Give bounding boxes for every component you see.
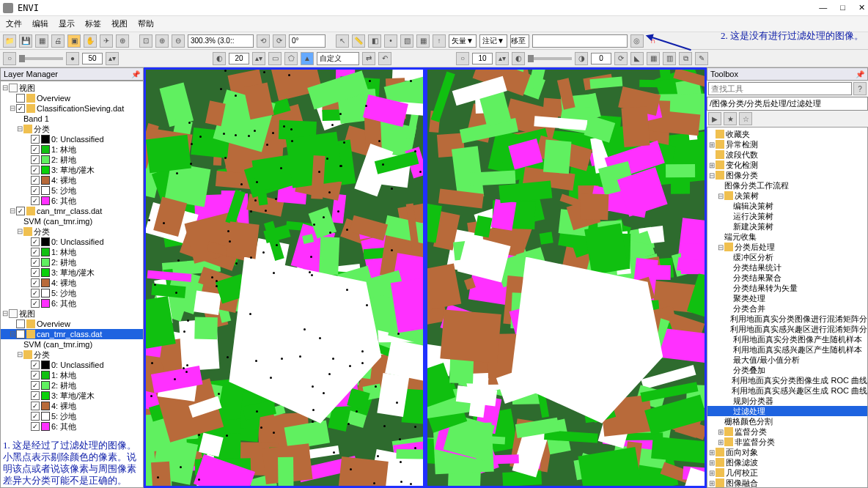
- tree-row[interactable]: ⊟ 分类: [1, 226, 143, 237]
- menu-display[interactable]: 显示: [59, 18, 75, 29]
- checkbox[interactable]: ✓: [31, 422, 40, 431]
- toolbox-item[interactable]: ⊞ 非监督分类: [707, 437, 867, 447]
- stepper-1[interactable]: ▴▾: [106, 52, 119, 65]
- toolbox-item[interactable]: 分类结果统计: [707, 262, 867, 273]
- expand-icon[interactable]: ⊟: [15, 226, 23, 237]
- go-icon[interactable]: ▶: [708, 112, 721, 125]
- stepper-3[interactable]: ▴▾: [496, 52, 509, 65]
- tree-row[interactable]: ✓ 5: 沙地: [1, 288, 143, 298]
- slider-2[interactable]: [528, 57, 572, 60]
- val-2[interactable]: [229, 53, 249, 64]
- checkbox[interactable]: ✓: [31, 268, 40, 277]
- chip-icon[interactable]: ▦: [35, 34, 48, 48]
- circle-icon[interactable]: ○: [3, 52, 16, 65]
- tree-row[interactable]: Overview: [1, 319, 143, 329]
- expand-icon[interactable]: ⊟: [8, 103, 16, 114]
- toolbox-item[interactable]: ⊞ 几何校正: [707, 467, 867, 478]
- tree-row[interactable]: ✓ 1: 林地: [1, 370, 143, 380]
- checkbox[interactable]: ✓: [31, 166, 40, 174]
- pin-icon[interactable]: 📌: [131, 70, 140, 78]
- tree-row[interactable]: Overview: [1, 93, 143, 103]
- toolbox-item[interactable]: ⊞ 监督分类: [707, 426, 867, 437]
- checkbox[interactable]: ✓: [16, 207, 25, 215]
- tree-row[interactable]: ✓ 6: 其他: [1, 421, 143, 432]
- val-1[interactable]: [82, 53, 103, 64]
- menu-label[interactable]: 标签: [85, 18, 101, 29]
- expand-icon[interactable]: ⊟: [1, 83, 9, 93]
- expand-icon[interactable]: ⊟: [716, 243, 724, 252]
- toolbox-item[interactable]: 分类结果转为矢量: [707, 283, 867, 293]
- vector-combo[interactable]: 矢量▼: [449, 34, 477, 48]
- pin-icon[interactable]: 📌: [856, 70, 864, 78]
- tree-row[interactable]: ✓ 4: 裸地: [1, 278, 143, 288]
- tree-row[interactable]: ⊟ ✓ can_tmr_class.dat: [1, 329, 143, 339]
- val-3[interactable]: [472, 53, 493, 64]
- checkbox[interactable]: ✓: [31, 299, 40, 308]
- tree-row[interactable]: ✓ 6: 其他: [1, 196, 143, 206]
- stepper-2[interactable]: ▴▾: [252, 52, 265, 65]
- hist-icon[interactable]: ⇄: [362, 52, 375, 65]
- tree-row[interactable]: ✓ 1: 林地: [1, 247, 143, 257]
- toolbox-item[interactable]: ⊞ 异常检测: [707, 139, 867, 149]
- tree-row[interactable]: ✓ 3: 草地/灌木: [1, 165, 143, 175]
- checkbox[interactable]: ✓: [31, 402, 40, 410]
- checkbox[interactable]: ✓: [31, 371, 40, 380]
- tree-row[interactable]: ✓ 3: 草地/灌木: [1, 267, 143, 278]
- toolbox-item[interactable]: 利用地面真实感兴趣区产生随机样本: [707, 344, 867, 355]
- expand-icon[interactable]: ⊞: [707, 448, 716, 457]
- refresh-icon[interactable]: ⟳: [614, 52, 628, 65]
- close-button[interactable]: ✕: [858, 3, 865, 12]
- menu-file[interactable]: 文件: [6, 18, 22, 29]
- toolbox-item[interactable]: 利用地面真实分类图像生成 ROC 曲线: [707, 375, 867, 385]
- zoomin-icon[interactable]: ⊕: [155, 34, 169, 48]
- checkbox[interactable]: ✓: [31, 196, 40, 205]
- toolbox-item[interactable]: 最大值/最小值分析: [707, 355, 867, 365]
- checkbox[interactable]: ✓: [31, 186, 40, 195]
- zoomout-icon[interactable]: ⊖: [172, 34, 185, 48]
- checkbox[interactable]: ✓: [31, 258, 40, 267]
- sharpen-icon[interactable]: ◣: [630, 52, 644, 65]
- toolbox-item[interactable]: ⊞ 图像滤波: [707, 457, 867, 467]
- fly-icon[interactable]: ✈: [100, 34, 113, 48]
- tree-row[interactable]: ✓ 0: Unclassified: [1, 360, 143, 370]
- toolbox-item[interactable]: 收藏夹: [707, 129, 867, 139]
- toolbox-item[interactable]: ⊞ 面向对象: [707, 447, 867, 457]
- grid-icon[interactable]: ▦: [416, 34, 430, 48]
- expand-icon[interactable]: ⊞: [707, 458, 716, 467]
- tree-row[interactable]: ✓ 3: 草地/灌木: [1, 391, 143, 401]
- tree-row[interactable]: ✓ 6: 其他: [1, 298, 143, 308]
- tree-row[interactable]: ✓ 2: 耕地: [1, 380, 143, 391]
- expand-icon[interactable]: ⊟: [15, 124, 23, 134]
- toolbox-item[interactable]: ⊟ 分类后处理: [707, 242, 867, 252]
- expand-icon[interactable]: ⊟: [707, 171, 716, 180]
- toolbox-item[interactable]: 分类合并: [707, 303, 867, 314]
- expand-icon[interactable]: ⊞: [707, 160, 716, 170]
- expand-icon[interactable]: ⊟: [8, 206, 16, 216]
- tree-row[interactable]: ⊟ 视图: [1, 308, 143, 319]
- menu-view[interactable]: 视图: [111, 18, 128, 29]
- print-icon[interactable]: 🖨: [51, 34, 65, 48]
- tree-row[interactable]: SVM (can_tmr.img): [1, 339, 143, 350]
- tree-row[interactable]: ✓ 5: 沙地: [1, 411, 143, 421]
- toolbox-path[interactable]: /图像分类/分类后处理/过滤处理: [707, 97, 868, 111]
- north-icon[interactable]: ↑: [433, 34, 446, 48]
- wand-icon[interactable]: ✎: [695, 52, 708, 65]
- expand-icon[interactable]: ⊟: [1, 308, 9, 319]
- region-icon[interactable]: ▧: [400, 34, 413, 48]
- annot-combo[interactable]: 注记▼: [479, 34, 507, 48]
- checkbox[interactable]: ✓: [31, 278, 40, 287]
- toolbox-item[interactable]: 规则分类器: [707, 396, 867, 406]
- poly-icon[interactable]: ⬠: [284, 52, 298, 65]
- checkbox[interactable]: [16, 319, 25, 328]
- tree-row[interactable]: ✓ 0: Unclassified: [1, 134, 143, 144]
- checkbox[interactable]: ✓: [16, 104, 25, 113]
- tree-row[interactable]: ✓ 4: 裸地: [1, 175, 143, 185]
- toolbox-item[interactable]: 利用地面真实感兴趣区生成 ROC 曲线: [707, 385, 867, 396]
- toolbox-item[interactable]: 编辑决策树: [707, 201, 867, 211]
- checkbox[interactable]: ✓: [31, 289, 40, 297]
- tree-row[interactable]: ⊟ 分类: [1, 124, 143, 134]
- toolbox-item[interactable]: 分类叠加: [707, 365, 867, 375]
- contrast-icon[interactable]: ◐: [512, 52, 525, 65]
- open-icon[interactable]: 📁: [3, 34, 16, 48]
- undo-icon[interactable]: ↶: [378, 52, 391, 65]
